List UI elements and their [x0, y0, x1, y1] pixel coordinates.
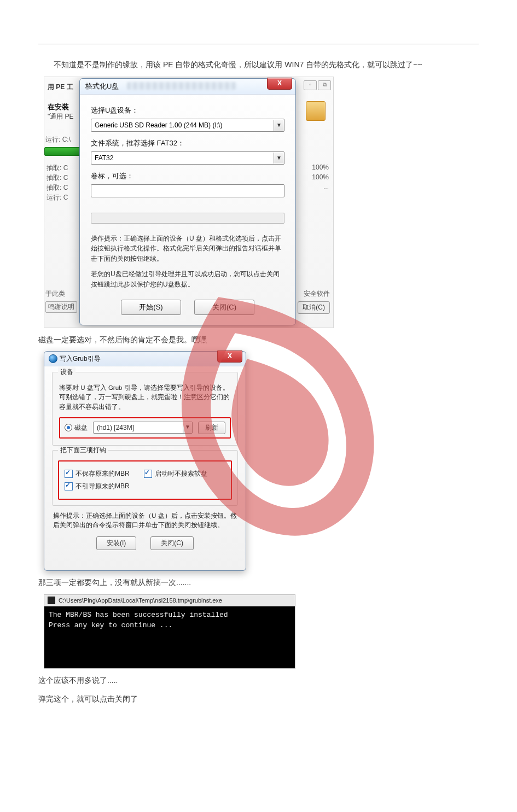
dialog-titlebar[interactable]: 格式化U盘 X	[80, 79, 295, 95]
start-button[interactable]: 开始(S)	[121, 300, 181, 315]
console-line: Press any key to continue ...	[49, 620, 291, 631]
console-titlebar[interactable]: C:\Users\Ping\AppData\Local\Temp\nsl2158…	[44, 594, 295, 606]
bg-title: 用 PE 工	[48, 83, 73, 92]
checkbox-groupbox: 把下面三项打钩 不保存原来的MBR 启动时不搜索软盘	[52, 450, 238, 506]
bg-extract-line: 抽取: C	[47, 173, 68, 183]
bg-percent: ...	[323, 183, 329, 191]
format-usb-dialog: 格式化U盘 X 选择U盘设备： Generic USB SD Reader 1.…	[79, 78, 296, 325]
checkbox-label: 不引导原来的MBR	[75, 482, 130, 491]
checkbox-legend: 把下面三项打钩	[58, 446, 108, 455]
install-button[interactable]: 安装(I)	[96, 536, 136, 550]
console-path: C:\Users\Ping\AppData\Local\Temp\nsl2158…	[59, 597, 222, 604]
bg-sub2: "通用 PE	[48, 112, 74, 121]
bg-sub1: 在安装	[48, 102, 69, 112]
checkbox-icon	[144, 470, 152, 478]
label-filesystem: 文件系统，推荐选择 FAT32：	[91, 138, 284, 148]
screenshot-format-usb: ▫ ⧉ 用 PE 工 在安装 "通用 PE 运行: C:\ 抽取: C 抽取: …	[44, 77, 334, 328]
chevron-down-icon[interactable]: ▼	[274, 120, 284, 131]
disk-radio[interactable]: 磁盘	[65, 423, 88, 433]
filesystem-dropdown[interactable]: FAT32 ▼	[91, 151, 284, 165]
paragraph-1: 不知道是不是制作的缘故，用该 PE 自带的格式化奇慢，所以建议用 WIN7 自带…	[38, 57, 479, 72]
console-body: The MBR/BS has been successfully install…	[44, 606, 295, 669]
screenshot-console: C:\Users\Ping\AppData\Local\Temp\nsl2158…	[44, 594, 295, 669]
bg-about: 于此类	[45, 289, 65, 299]
bg-extract-line: 抽取: C	[47, 163, 68, 173]
refresh-button[interactable]: 刷新	[198, 422, 225, 434]
label-select-device: 选择U盘设备：	[91, 106, 284, 115]
label-volume: 卷标，可选：	[91, 171, 284, 181]
volume-label-input[interactable]	[91, 184, 284, 197]
checkbox-no-save-mbr[interactable]: 不保存原来的MBR	[65, 469, 130, 478]
dialog-title: 格式化U盘	[85, 81, 119, 91]
checkbox-icon	[65, 470, 73, 478]
chevron-down-icon[interactable]: ▼	[183, 422, 192, 433]
paragraph-3: 那三项一定都要勾上，没有就从新搞一次.......	[38, 575, 479, 590]
device-legend: 设备	[58, 367, 75, 377]
checkbox-label: 不保存原来的MBR	[75, 469, 130, 478]
device-dropdown[interactable]: Generic USB SD Reader 1.00 (244 MB) (I:\…	[91, 119, 284, 132]
bg-restore-icon[interactable]: ▫	[304, 80, 317, 90]
grub-titlebar[interactable]: 写入Grub引导 X	[44, 352, 246, 366]
disk-dropdown[interactable]: (hd1) [243M] ▼	[93, 422, 193, 434]
top-rule	[38, 44, 479, 44]
grub-close-button[interactable]: 关闭(C)	[150, 536, 194, 550]
disk-radio-label: 磁盘	[74, 423, 88, 433]
bg-percent: 100%	[312, 163, 329, 171]
close-button[interactable]: 关闭(C)	[194, 300, 254, 315]
bg-max-icon[interactable]: ⧉	[318, 80, 331, 90]
checkbox-icon	[65, 482, 73, 490]
device-highlight-box: 磁盘 (hd1) [243M] ▼ 刷新	[59, 417, 231, 439]
hint-text-1: 操作提示：正确选择上面的设备（U 盘）和格式化选项后，点击开始按钮执行格式化操作…	[91, 233, 284, 264]
cmd-icon	[48, 597, 55, 604]
grub-hint-text: 操作提示：正确选择上面的设备（U 盘）后，点击安装按钮。然后关闭弹出的命令提示符…	[53, 511, 237, 530]
hint-text-2: 若您的U盘已经做过引导处理并且可以成功启动，您可以点击关闭按钮跳过此步以保护您的…	[91, 269, 284, 289]
bg-right-text: 安全软件	[304, 289, 330, 299]
bg-percent: 100%	[312, 173, 329, 181]
format-progress-bar	[91, 213, 284, 224]
filesystem-value: FAT32	[91, 154, 274, 162]
screenshot-grub-dialog: 写入Grub引导 X 设备 将要对 U 盘写入 Grub 引导，请选择需要写入引…	[44, 351, 246, 571]
checkbox-no-floppy-search[interactable]: 启动时不搜索软盘	[144, 469, 207, 478]
paragraph-2: 磁盘一定要选对，不然后悔的肯定不会是我。嘿嘿	[38, 332, 479, 347]
bg-progress-bar	[44, 147, 82, 156]
disk-value: (hd1) [243M]	[94, 422, 183, 433]
bg-package-icon	[306, 101, 326, 121]
bg-extract-line: 运行: C	[47, 193, 68, 202]
close-icon[interactable]: X	[217, 350, 242, 363]
paragraph-5: 弹完这个，就可以点击关闭了	[38, 692, 479, 706]
close-icon[interactable]: X	[267, 78, 292, 90]
bg-window-buttons: ▫ ⧉	[304, 80, 331, 90]
bg-extract-line: 抽取: C	[47, 183, 68, 192]
app-icon	[49, 354, 57, 363]
device-help-text: 将要对 U 盘写入 Grub 引导，请选择需要写入引导的设备。可别选错了，万一写…	[59, 383, 231, 412]
chevron-down-icon[interactable]: ▼	[274, 153, 284, 163]
bg-cancel-button[interactable]: 取消(C)	[298, 301, 330, 314]
bg-thank-button[interactable]: 鸣谢说明	[45, 301, 77, 313]
titlebar-blur	[127, 82, 236, 90]
checkbox-no-boot-prev-mbr[interactable]: 不引导原来的MBR	[65, 482, 130, 491]
device-groupbox: 设备 将要对 U 盘写入 Grub 引导，请选择需要写入引导的设备。可别选错了，…	[52, 372, 238, 446]
console-line: The MBR/BS has been successfully install…	[49, 610, 291, 621]
paragraph-4: 这个应该不用多说了.....	[38, 673, 479, 688]
grub-title: 写入Grub引导	[60, 354, 101, 364]
device-value: Generic USB SD Reader 1.00 (244 MB) (I:\…	[91, 121, 274, 129]
checkbox-label: 启动时不搜索软盘	[155, 469, 207, 478]
bg-run-line: 运行: C:\	[45, 135, 71, 144]
checkbox-highlight-box: 不保存原来的MBR 启动时不搜索软盘 不引导原来的MBR	[58, 460, 232, 500]
